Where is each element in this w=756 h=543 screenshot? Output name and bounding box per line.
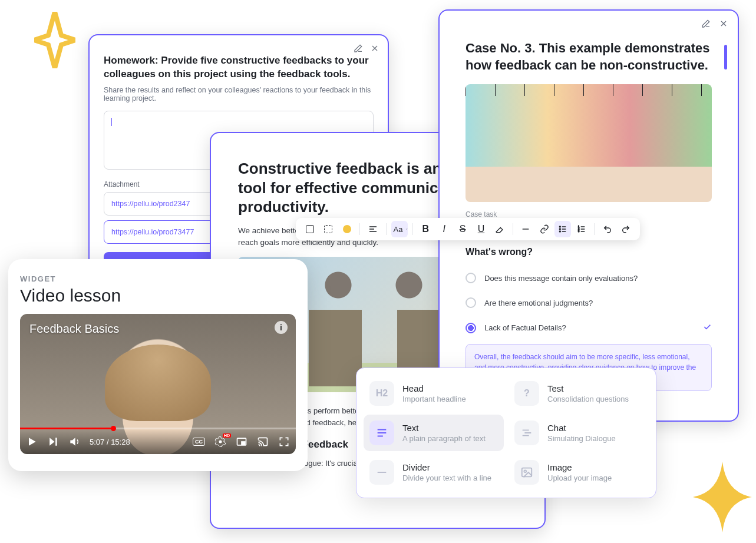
volume-icon[interactable] <box>68 436 80 448</box>
divider-icon <box>369 460 394 485</box>
radio-icon <box>466 273 476 283</box>
menu-item-title: Text <box>402 423 486 433</box>
menu-item-text[interactable]: TextA plain paragraph of text <box>364 415 504 452</box>
hr-button[interactable] <box>518 221 534 237</box>
menu-item-image[interactable]: ImageUpload your image <box>509 453 649 491</box>
bullet-list-button[interactable] <box>554 221 570 237</box>
settings-icon[interactable]: HD <box>214 436 226 448</box>
menu-item-title: Divider <box>402 462 491 472</box>
svg-point-6 <box>219 441 222 443</box>
image-icon <box>514 460 539 485</box>
radio-option[interactable]: Does this message contain only evaluatio… <box>466 266 712 290</box>
link-button[interactable] <box>536 221 552 237</box>
bold-button[interactable]: B <box>418 221 434 237</box>
homework-title: Homework: Provide five constructive feed… <box>104 54 374 81</box>
menu-item-title: Test <box>547 383 629 393</box>
chat-icon <box>514 421 539 445</box>
captions-button[interactable]: CC <box>193 438 205 446</box>
svg-point-2 <box>559 231 560 232</box>
svg-point-1 <box>559 229 560 230</box>
shape-square-button[interactable] <box>302 221 318 237</box>
edit-icon[interactable] <box>701 19 711 28</box>
menu-item-title: Chat <box>547 423 616 433</box>
svg-text:3: 3 <box>578 230 580 233</box>
scrollbar-thumb[interactable] <box>724 45 727 69</box>
option-label: Does this message contain only evaluatio… <box>484 274 638 283</box>
close-icon[interactable] <box>370 44 379 53</box>
video-title: Feedback Basics <box>29 322 119 336</box>
svg-point-10 <box>524 470 526 472</box>
menu-item-desc: Simulating Dialogue <box>547 434 616 443</box>
italic-button[interactable]: I <box>436 221 452 237</box>
menu-item-test[interactable]: ? TestConsolidation questions <box>509 375 649 412</box>
menu-item-desc: Upload your image <box>547 474 612 482</box>
shape-dashed-button[interactable] <box>320 221 336 237</box>
miniplayer-icon[interactable] <box>236 436 247 448</box>
menu-item-title: Image <box>547 462 612 472</box>
menu-item-head[interactable]: H2 HeadImportant headline <box>364 375 504 412</box>
edit-icon[interactable] <box>354 44 363 53</box>
svg-point-0 <box>559 226 560 227</box>
fullscreen-icon[interactable] <box>278 436 290 448</box>
menu-item-desc: Consolidation questions <box>547 395 629 403</box>
menu-item-desc: A plain paragraph of text <box>402 434 486 443</box>
option-label: Are there emotional judgments? <box>484 299 593 307</box>
case-card: Case No. 3. This example demonstrates ho… <box>438 9 739 422</box>
svg-rect-8 <box>242 442 245 444</box>
redo-button[interactable] <box>618 221 634 237</box>
menu-item-desc: Divide your text with a line <box>402 474 491 482</box>
menu-item-desc: Important headline <box>402 395 466 403</box>
close-icon[interactable] <box>719 19 728 28</box>
spark-icon <box>34 12 75 68</box>
option-label: Lack of Factual Details? <box>484 323 566 332</box>
strike-button[interactable]: S <box>454 221 470 237</box>
cast-icon[interactable] <box>257 436 269 448</box>
number-list-button[interactable]: 123 <box>573 221 589 237</box>
formatting-toolbar: Aa B I S U 123 <box>296 218 640 240</box>
menu-item-title: Head <box>402 383 466 393</box>
color-swatch-button[interactable] <box>339 221 355 237</box>
case-heading: Case No. 3. This example demonstrates ho… <box>466 40 712 74</box>
menu-item-chat[interactable]: ChatSimulating Dialogue <box>509 415 649 452</box>
spark-icon <box>693 462 752 532</box>
video-player[interactable]: Feedback Basics i 5:07 / 15:28 CC HD <box>20 314 296 454</box>
radio-icon <box>466 297 476 308</box>
align-button[interactable] <box>365 221 381 237</box>
widget-tag: WIDGET <box>20 274 296 283</box>
next-icon[interactable] <box>47 436 59 448</box>
eraser-button[interactable] <box>491 221 507 237</box>
svg-rect-9 <box>522 468 532 476</box>
block-type-menu: H2 HeadImportant headline ? TestConsolid… <box>356 367 656 498</box>
menu-item-divider[interactable]: DividerDivide your text with a line <box>364 453 504 491</box>
text-style-button[interactable]: Aa <box>391 221 408 237</box>
radio-option[interactable]: Are there emotional judgments? <box>466 290 712 315</box>
video-widget-card: WIDGET Video lesson Feedback Basics i 5:… <box>8 259 308 471</box>
case-illustration <box>466 84 712 202</box>
widget-title: Video lesson <box>20 286 296 306</box>
text-icon <box>369 421 394 445</box>
radio-option[interactable]: Lack of Factual Details? <box>466 315 712 340</box>
undo-button[interactable] <box>599 221 615 237</box>
play-icon[interactable] <box>26 436 38 448</box>
check-icon <box>702 322 712 333</box>
heading-icon: H2 <box>369 381 394 406</box>
case-question: What's wrong? <box>466 247 712 257</box>
radio-icon <box>466 323 476 333</box>
question-icon: ? <box>514 381 539 406</box>
info-icon[interactable]: i <box>275 321 288 334</box>
underline-button[interactable]: U <box>473 221 489 237</box>
homework-subtitle: Share the results and reflect on your co… <box>104 86 374 102</box>
video-time: 5:07 / 15:28 <box>90 438 130 446</box>
